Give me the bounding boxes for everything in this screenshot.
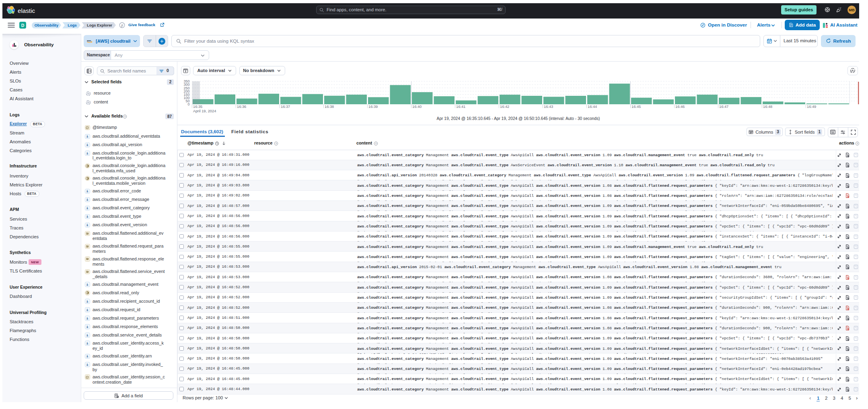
svg-text:?: ? <box>124 115 126 118</box>
svg-text:16:46: 16:46 <box>675 105 685 109</box>
svg-text:16:47: 16:47 <box>719 105 728 109</box>
svg-text:16:48: 16:48 <box>763 105 772 109</box>
svg-text:16:36: 16:36 <box>237 105 246 109</box>
svg-text:aws: aws <box>87 39 91 42</box>
svg-text:16:39: 16:39 <box>368 105 378 109</box>
svg-text:16:42: 16:42 <box>500 105 509 109</box>
svg-text:?: ? <box>276 142 277 145</box>
svg-text:16:38: 16:38 <box>325 105 334 109</box>
svg-text:16:35: 16:35 <box>193 105 202 109</box>
svg-text:16:37: 16:37 <box>281 105 290 109</box>
svg-text:16:44: 16:44 <box>588 105 597 109</box>
svg-text:β: β <box>121 23 123 27</box>
svg-text:16:40: 16:40 <box>412 105 422 109</box>
svg-text:?: ? <box>857 142 858 145</box>
svg-text:350: 350 <box>183 79 189 83</box>
svg-text:16:45: 16:45 <box>631 105 641 109</box>
svg-text:?: ? <box>375 142 377 145</box>
svg-text:16:41: 16:41 <box>456 105 465 109</box>
svg-text:16:43: 16:43 <box>544 105 553 109</box>
svg-text:16:49: 16:49 <box>807 105 816 109</box>
svg-text:April 19, 2024: April 19, 2024 <box>193 109 216 113</box>
